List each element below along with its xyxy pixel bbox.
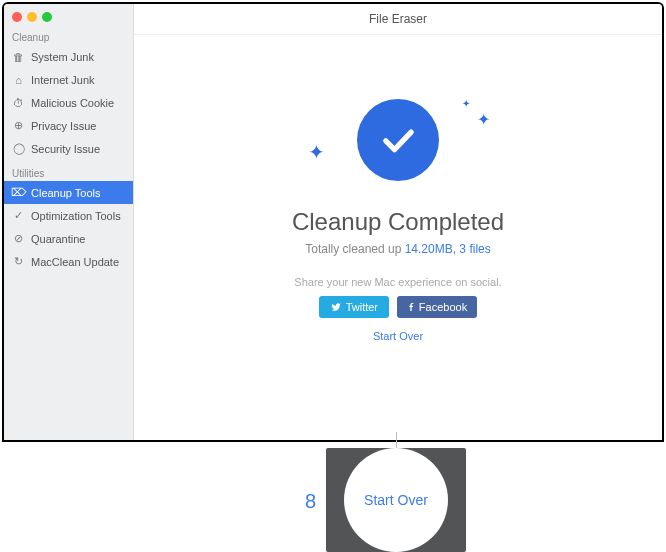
window-controls <box>4 4 133 28</box>
result-heading: Cleanup Completed <box>292 208 504 236</box>
sidebar-item[interactable]: ◯Security Issue <box>4 137 133 160</box>
sidebar-item-icon: ✓ <box>12 209 25 222</box>
minimize-icon[interactable] <box>27 12 37 22</box>
callout-label[interactable]: Start Over <box>364 492 428 508</box>
sparkle-icon: ✦ <box>308 140 325 164</box>
sidebar-item-label: System Junk <box>31 51 94 63</box>
sidebar-item-label: MacClean Update <box>31 256 119 268</box>
maximize-icon[interactable] <box>42 12 52 22</box>
success-graphic: ✦ ✦ ✦ <box>298 90 498 190</box>
callout: 8 Start Over <box>0 442 666 552</box>
sidebar-group-title-cleanup: Cleanup <box>4 28 133 45</box>
app-window: Cleanup 🗑System Junk⌂Internet Junk⏱Malic… <box>2 2 664 442</box>
callout-step-number: 8 <box>305 490 316 513</box>
sparkle-icon: ✦ <box>462 98 470 109</box>
page-title: File Eraser <box>134 4 662 35</box>
twitter-icon <box>330 302 342 312</box>
facebook-button[interactable]: Facebook <box>397 296 477 318</box>
sidebar-item-label: Cleanup Tools <box>31 187 101 199</box>
sidebar-item[interactable]: ⌦Cleanup Tools <box>4 181 133 204</box>
twitter-button[interactable]: Twitter <box>319 296 389 318</box>
close-icon[interactable] <box>12 12 22 22</box>
sidebar-group-title-utilities: Utilities <box>4 164 133 181</box>
start-over-link[interactable]: Start Over <box>373 330 423 342</box>
sparkle-icon: ✦ <box>477 110 490 129</box>
checkmark-badge-icon <box>357 99 439 181</box>
sidebar-item[interactable]: ⌂Internet Junk <box>4 68 133 91</box>
sidebar-item-label: Privacy Issue <box>31 120 96 132</box>
sidebar-item-icon: ⊘ <box>12 232 25 245</box>
twitter-label: Twitter <box>346 301 378 313</box>
sidebar-item-icon: ⊕ <box>12 119 25 132</box>
sidebar-item[interactable]: ⊕Privacy Issue <box>4 114 133 137</box>
sidebar-item[interactable]: ✓Optimization Tools <box>4 204 133 227</box>
sidebar-item[interactable]: ⏱Malicious Cookie <box>4 91 133 114</box>
sidebar-item-label: Optimization Tools <box>31 210 121 222</box>
sidebar-item-label: Malicious Cookie <box>31 97 114 109</box>
main-panel: File Eraser ✦ ✦ ✦ Cleanup Completed Tota… <box>134 4 662 440</box>
sidebar-item-icon: ⌂ <box>12 73 25 86</box>
sidebar-item-icon: ◯ <box>12 142 25 155</box>
facebook-icon <box>407 301 415 313</box>
subline-highlight: 14.20MB, 3 files <box>405 242 491 256</box>
sidebar: Cleanup 🗑System Junk⌂Internet Junk⏱Malic… <box>4 4 134 440</box>
sidebar-item[interactable]: ⊘Quarantine <box>4 227 133 250</box>
sidebar-item-label: Internet Junk <box>31 74 95 86</box>
content-area: ✦ ✦ ✦ Cleanup Completed Totally cleaned … <box>134 35 662 440</box>
share-buttons: Twitter Facebook <box>319 296 477 318</box>
sidebar-item[interactable]: 🗑System Junk <box>4 45 133 68</box>
subline-prefix: Totally cleaned up <box>305 242 404 256</box>
sidebar-item[interactable]: ↻MacClean Update <box>4 250 133 273</box>
sidebar-item-icon: ⏱ <box>12 96 25 109</box>
callout-zoom: Start Over <box>326 448 466 552</box>
share-prompt: Share your new Mac experience on social. <box>294 276 501 288</box>
result-subline: Totally cleaned up 14.20MB, 3 files <box>305 242 490 256</box>
callout-circle: Start Over <box>344 448 448 552</box>
sidebar-item-icon: 🗑 <box>12 50 25 63</box>
sidebar-item-icon: ⌦ <box>12 186 25 199</box>
sidebar-item-label: Security Issue <box>31 143 100 155</box>
facebook-label: Facebook <box>419 301 467 313</box>
sidebar-item-icon: ↻ <box>12 255 25 268</box>
sidebar-item-label: Quarantine <box>31 233 85 245</box>
